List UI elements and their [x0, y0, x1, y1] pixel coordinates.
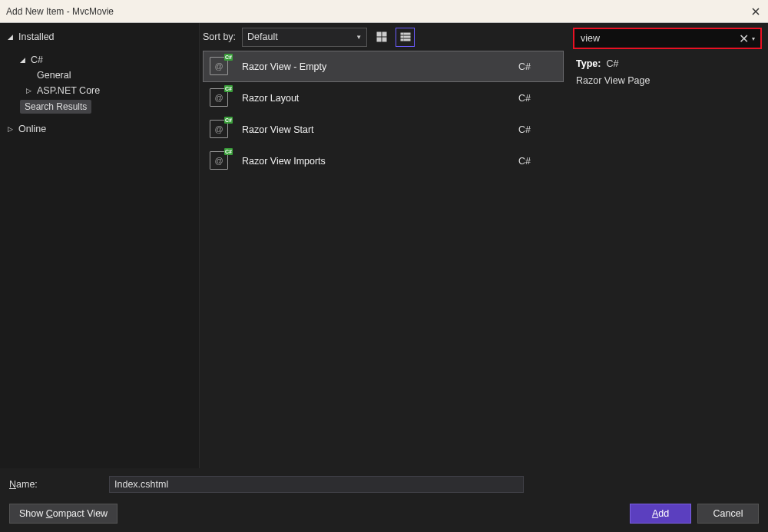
svg-rect-8 [401, 39, 403, 41]
search-box[interactable]: ✕ ▾ [573, 28, 762, 49]
tree-item-csharp[interactable]: ◢ C# [5, 52, 194, 68]
cancel-button[interactable]: Cancel [697, 504, 759, 524]
template-row[interactable]: @C#Razor View StartC# [203, 114, 564, 145]
svg-rect-2 [377, 38, 381, 41]
tree-item-general[interactable]: General [5, 68, 194, 83]
svg-rect-5 [404, 33, 410, 35]
template-name: Razor View Imports [242, 156, 518, 167]
category-tree: ◢ Installed ◢ C# General ▷ ASP.NET Core … [0, 23, 200, 468]
detail-type: Type: C# [576, 58, 762, 69]
view-list-button[interactable] [396, 28, 415, 47]
search-options-dropdown-icon[interactable]: ▾ [750, 35, 757, 42]
bottom-bar: Name: Show Compact View Add Cancel [0, 468, 768, 532]
sort-by-label: Sort by: [203, 31, 236, 42]
chevron-down-icon: ◢ [20, 56, 28, 64]
detail-description: Razor View Page [576, 75, 762, 86]
svg-rect-7 [404, 36, 410, 38]
chevron-right-icon: ▷ [26, 87, 34, 94]
details-panel: ✕ ▾ Type: C# Razor View Page [567, 23, 768, 468]
window-title: Add New Item - MvcMovie [6, 6, 114, 17]
chevron-down-icon: ▼ [356, 34, 362, 41]
tree-item-online[interactable]: ▷ Online [5, 121, 194, 137]
titlebar: Add New Item - MvcMovie [0, 0, 768, 23]
sort-by-dropdown[interactable]: Default ▼ [242, 28, 367, 47]
template-list: @C#Razor View - EmptyC#@C#Razor LayoutC#… [200, 51, 567, 177]
template-name: Razor View - Empty [242, 61, 518, 72]
toolbar: Sort by: Default ▼ [200, 23, 567, 51]
view-grid-button[interactable] [372, 28, 391, 47]
razor-file-icon: @C# [210, 57, 230, 77]
svg-rect-3 [382, 38, 386, 41]
template-name: Razor Layout [242, 93, 518, 104]
chevron-right-icon: ▷ [8, 125, 15, 133]
template-lang: C# [518, 156, 557, 167]
template-row[interactable]: @C#Razor View ImportsC# [203, 145, 564, 177]
name-input[interactable] [109, 476, 524, 493]
template-name: Razor View Start [242, 124, 518, 135]
show-compact-view-button[interactable]: Show Compact View [9, 504, 118, 524]
razor-file-icon: @C# [210, 88, 230, 108]
add-button[interactable]: Add [630, 504, 691, 524]
svg-rect-0 [377, 32, 381, 36]
template-lang: C# [518, 124, 557, 135]
template-row[interactable]: @C#Razor LayoutC# [203, 82, 564, 114]
tree-item-installed[interactable]: ◢ Installed [5, 29, 194, 45]
template-lang: C# [518, 61, 557, 72]
svg-rect-9 [404, 39, 410, 41]
razor-file-icon: @C# [210, 120, 230, 140]
name-label: Name: [9, 479, 109, 490]
tree-item-aspnet[interactable]: ▷ ASP.NET Core [5, 83, 194, 98]
chevron-down-icon: ◢ [8, 33, 15, 41]
template-row[interactable]: @C#Razor View - EmptyC# [203, 51, 564, 82]
close-icon[interactable] [750, 5, 762, 18]
tree-item-search-results[interactable]: Search Results [5, 98, 194, 114]
razor-file-icon: @C# [210, 151, 230, 171]
svg-rect-1 [382, 32, 386, 36]
template-lang: C# [518, 93, 557, 104]
svg-rect-4 [401, 33, 403, 35]
search-input[interactable] [581, 33, 737, 44]
clear-search-icon[interactable]: ✕ [737, 31, 750, 46]
svg-rect-6 [401, 36, 403, 38]
